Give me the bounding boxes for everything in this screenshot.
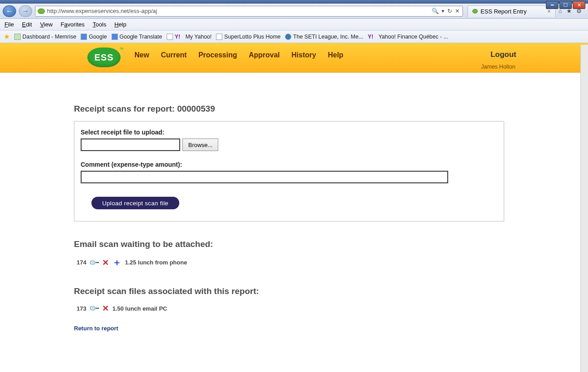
menu-file[interactable]: File xyxy=(4,21,14,28)
vertical-scrollbar[interactable] xyxy=(580,45,588,372)
site-icon xyxy=(38,9,45,14)
associated-scan-row: 173 🔍 ✕ 1.50 lunch email PC xyxy=(74,303,504,313)
nav-new[interactable]: New xyxy=(134,51,149,59)
magnify-icon[interactable]: 🔍 xyxy=(88,303,100,314)
return-link[interactable]: Return to report xyxy=(74,325,118,332)
window-close-button[interactable]: ✕ xyxy=(573,1,585,9)
app-nav: New Current Processing Approval History … xyxy=(134,51,343,59)
browse-button[interactable]: Browse... xyxy=(182,138,218,151)
email-scan-row: 174 🔍 ✕ ＋ 1.25 lunch from phone xyxy=(74,256,504,268)
upload-panel: Select receipt file to upload: Browse...… xyxy=(74,121,504,221)
page-content: Receipt scans for report: 00000539 Selec… xyxy=(0,73,588,332)
email-scan-heading: Email scan waiting to be attached: xyxy=(74,239,504,249)
fav-link[interactable]: Y! My Yahoo! xyxy=(167,34,212,40)
fav-link[interactable]: Dashboard - Memrise xyxy=(14,34,76,40)
logout-link[interactable]: Logout xyxy=(490,50,516,59)
forward-button[interactable]: → xyxy=(19,5,32,17)
menu-tools[interactable]: Tools xyxy=(93,21,106,28)
tab-title: ESS Report Entry xyxy=(480,8,527,15)
delete-icon[interactable]: ✕ xyxy=(102,303,109,313)
browser-toolbar: ← → 🔍 ▾ ↻ ✕ ESS Report Entry × ⌂ ★ ⚙ xyxy=(0,4,588,19)
tab-bar: ESS Report Entry × xyxy=(466,5,556,17)
comment-input[interactable] xyxy=(81,171,448,183)
address-bar[interactable]: 🔍 ▾ ↻ ✕ xyxy=(35,6,463,17)
upload-button[interactable]: Upload receipt scan file xyxy=(91,197,179,209)
browser-menubar: File Edit View Favorites Tools Help xyxy=(0,19,588,30)
fav-link[interactable]: The SETI League, Inc. Me... xyxy=(285,34,363,40)
window-titlebar: ━ ☐ ✕ xyxy=(0,0,588,4)
fav-link[interactable]: SuperLotto Plus Home xyxy=(216,34,281,40)
nav-history[interactable]: History xyxy=(291,51,316,59)
fav-link[interactable]: Google Translate xyxy=(112,34,162,40)
delete-icon[interactable]: ✕ xyxy=(102,258,109,268)
menu-edit[interactable]: Edit xyxy=(22,21,32,28)
select-file-label: Select receipt file to upload: xyxy=(81,129,497,136)
search-icon[interactable]: 🔍 xyxy=(432,8,439,14)
url-input[interactable] xyxy=(47,8,429,14)
stop-icon[interactable]: ✕ xyxy=(455,8,460,14)
window-minimize-button[interactable]: ━ xyxy=(546,1,558,9)
add-favorite-icon[interactable]: ★ xyxy=(4,32,10,41)
app-header: ESS New Current Processing Approval Hist… xyxy=(0,43,588,73)
menu-view[interactable]: View xyxy=(40,21,52,28)
username-label: James Holton xyxy=(481,64,515,70)
browser-tab[interactable]: ESS Report Entry × xyxy=(467,5,556,17)
dropdown-icon[interactable]: ▾ xyxy=(441,8,445,14)
favorites-bar: ★ Dashboard - Memrise Google Google Tran… xyxy=(0,30,588,43)
scan-id: 174 xyxy=(74,259,86,266)
back-button[interactable]: ← xyxy=(3,5,16,17)
scan-description: 1.25 lunch from phone xyxy=(125,259,187,266)
address-controls: 🔍 ▾ ↻ ✕ xyxy=(429,8,463,14)
fav-link[interactable]: Y! Yahoo! Finance Québec - ... xyxy=(368,34,448,40)
scan-id: 173 xyxy=(74,305,86,312)
tab-favicon xyxy=(472,9,478,13)
file-path-input[interactable] xyxy=(81,138,180,151)
fav-link[interactable]: Google xyxy=(81,34,107,40)
nav-approval[interactable]: Approval xyxy=(249,51,280,59)
magnify-icon[interactable]: 🔍 xyxy=(88,256,100,268)
window-maximize-button[interactable]: ☐ xyxy=(559,1,572,9)
menu-favorites[interactable]: Favorites xyxy=(61,21,84,28)
comment-label: Comment (expense-type amount): xyxy=(81,161,497,168)
menu-help[interactable]: Help xyxy=(114,21,126,28)
scan-description: 1.50 lunch email PC xyxy=(112,305,167,312)
refresh-icon[interactable]: ↻ xyxy=(447,8,452,14)
nav-processing[interactable]: Processing xyxy=(199,51,237,59)
nav-current[interactable]: Current xyxy=(161,51,187,59)
nav-help[interactable]: Help xyxy=(328,51,343,59)
attach-icon[interactable]: ＋ xyxy=(112,256,121,268)
page-title: Receipt scans for report: 00000539 xyxy=(74,104,504,114)
associated-heading: Receipt scan files associated with this … xyxy=(74,286,504,296)
ess-logo[interactable]: ESS xyxy=(87,48,121,67)
